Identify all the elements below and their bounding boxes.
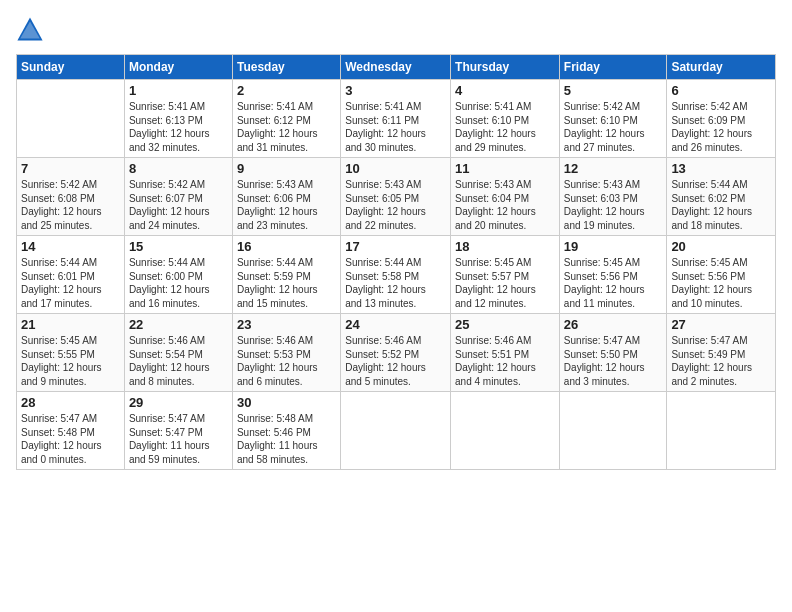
- day-info: Sunrise: 5:45 AMSunset: 5:57 PMDaylight:…: [455, 256, 555, 310]
- day-number: 8: [129, 161, 228, 176]
- day-info: Sunrise: 5:44 AMSunset: 6:01 PMDaylight:…: [21, 256, 120, 310]
- calendar-cell: [17, 80, 125, 158]
- day-info: Sunrise: 5:41 AMSunset: 6:11 PMDaylight:…: [345, 100, 446, 154]
- day-info: Sunrise: 5:47 AMSunset: 5:47 PMDaylight:…: [129, 412, 228, 466]
- day-number: 26: [564, 317, 663, 332]
- header: [16, 16, 776, 44]
- calendar-cell: 3Sunrise: 5:41 AMSunset: 6:11 PMDaylight…: [341, 80, 451, 158]
- weekday-header-row: SundayMondayTuesdayWednesdayThursdayFrid…: [17, 55, 776, 80]
- calendar-cell: 29Sunrise: 5:47 AMSunset: 5:47 PMDayligh…: [124, 392, 232, 470]
- calendar-cell: 2Sunrise: 5:41 AMSunset: 6:12 PMDaylight…: [232, 80, 340, 158]
- calendar-cell: 1Sunrise: 5:41 AMSunset: 6:13 PMDaylight…: [124, 80, 232, 158]
- calendar-cell: [559, 392, 667, 470]
- week-row-3: 14Sunrise: 5:44 AMSunset: 6:01 PMDayligh…: [17, 236, 776, 314]
- logo-icon: [16, 16, 44, 44]
- calendar-cell: 4Sunrise: 5:41 AMSunset: 6:10 PMDaylight…: [451, 80, 560, 158]
- day-number: 3: [345, 83, 446, 98]
- calendar-cell: 7Sunrise: 5:42 AMSunset: 6:08 PMDaylight…: [17, 158, 125, 236]
- day-number: 16: [237, 239, 336, 254]
- calendar-cell: 27Sunrise: 5:47 AMSunset: 5:49 PMDayligh…: [667, 314, 776, 392]
- calendar-cell: 5Sunrise: 5:42 AMSunset: 6:10 PMDaylight…: [559, 80, 667, 158]
- logo: [16, 16, 46, 44]
- week-row-1: 1Sunrise: 5:41 AMSunset: 6:13 PMDaylight…: [17, 80, 776, 158]
- day-info: Sunrise: 5:44 AMSunset: 6:00 PMDaylight:…: [129, 256, 228, 310]
- weekday-header-saturday: Saturday: [667, 55, 776, 80]
- day-info: Sunrise: 5:42 AMSunset: 6:08 PMDaylight:…: [21, 178, 120, 232]
- day-number: 10: [345, 161, 446, 176]
- calendar-cell: 20Sunrise: 5:45 AMSunset: 5:56 PMDayligh…: [667, 236, 776, 314]
- day-info: Sunrise: 5:46 AMSunset: 5:53 PMDaylight:…: [237, 334, 336, 388]
- calendar-cell: 9Sunrise: 5:43 AMSunset: 6:06 PMDaylight…: [232, 158, 340, 236]
- calendar-cell: 18Sunrise: 5:45 AMSunset: 5:57 PMDayligh…: [451, 236, 560, 314]
- calendar-cell: [667, 392, 776, 470]
- day-info: Sunrise: 5:45 AMSunset: 5:55 PMDaylight:…: [21, 334, 120, 388]
- calendar-cell: 25Sunrise: 5:46 AMSunset: 5:51 PMDayligh…: [451, 314, 560, 392]
- calendar-cell: 26Sunrise: 5:47 AMSunset: 5:50 PMDayligh…: [559, 314, 667, 392]
- day-number: 7: [21, 161, 120, 176]
- day-number: 4: [455, 83, 555, 98]
- day-number: 14: [21, 239, 120, 254]
- calendar-table: SundayMondayTuesdayWednesdayThursdayFrid…: [16, 54, 776, 470]
- day-number: 28: [21, 395, 120, 410]
- page: SundayMondayTuesdayWednesdayThursdayFrid…: [0, 0, 792, 612]
- weekday-header-thursday: Thursday: [451, 55, 560, 80]
- calendar-cell: [451, 392, 560, 470]
- day-number: 21: [21, 317, 120, 332]
- day-number: 18: [455, 239, 555, 254]
- day-info: Sunrise: 5:43 AMSunset: 6:06 PMDaylight:…: [237, 178, 336, 232]
- day-number: 23: [237, 317, 336, 332]
- calendar-cell: 24Sunrise: 5:46 AMSunset: 5:52 PMDayligh…: [341, 314, 451, 392]
- day-info: Sunrise: 5:46 AMSunset: 5:52 PMDaylight:…: [345, 334, 446, 388]
- day-info: Sunrise: 5:44 AMSunset: 5:59 PMDaylight:…: [237, 256, 336, 310]
- day-info: Sunrise: 5:47 AMSunset: 5:49 PMDaylight:…: [671, 334, 771, 388]
- calendar-cell: 22Sunrise: 5:46 AMSunset: 5:54 PMDayligh…: [124, 314, 232, 392]
- calendar-cell: 8Sunrise: 5:42 AMSunset: 6:07 PMDaylight…: [124, 158, 232, 236]
- day-info: Sunrise: 5:45 AMSunset: 5:56 PMDaylight:…: [671, 256, 771, 310]
- day-number: 20: [671, 239, 771, 254]
- day-info: Sunrise: 5:47 AMSunset: 5:48 PMDaylight:…: [21, 412, 120, 466]
- day-info: Sunrise: 5:45 AMSunset: 5:56 PMDaylight:…: [564, 256, 663, 310]
- calendar-cell: 30Sunrise: 5:48 AMSunset: 5:46 PMDayligh…: [232, 392, 340, 470]
- day-info: Sunrise: 5:46 AMSunset: 5:51 PMDaylight:…: [455, 334, 555, 388]
- weekday-header-sunday: Sunday: [17, 55, 125, 80]
- week-row-5: 28Sunrise: 5:47 AMSunset: 5:48 PMDayligh…: [17, 392, 776, 470]
- calendar-cell: 10Sunrise: 5:43 AMSunset: 6:05 PMDayligh…: [341, 158, 451, 236]
- day-info: Sunrise: 5:43 AMSunset: 6:04 PMDaylight:…: [455, 178, 555, 232]
- day-number: 27: [671, 317, 771, 332]
- day-info: Sunrise: 5:47 AMSunset: 5:50 PMDaylight:…: [564, 334, 663, 388]
- calendar-cell: [341, 392, 451, 470]
- day-info: Sunrise: 5:43 AMSunset: 6:03 PMDaylight:…: [564, 178, 663, 232]
- calendar-cell: 11Sunrise: 5:43 AMSunset: 6:04 PMDayligh…: [451, 158, 560, 236]
- day-number: 1: [129, 83, 228, 98]
- day-number: 24: [345, 317, 446, 332]
- day-number: 19: [564, 239, 663, 254]
- day-number: 29: [129, 395, 228, 410]
- calendar-cell: 12Sunrise: 5:43 AMSunset: 6:03 PMDayligh…: [559, 158, 667, 236]
- day-info: Sunrise: 5:41 AMSunset: 6:12 PMDaylight:…: [237, 100, 336, 154]
- calendar-cell: 13Sunrise: 5:44 AMSunset: 6:02 PMDayligh…: [667, 158, 776, 236]
- day-number: 17: [345, 239, 446, 254]
- weekday-header-friday: Friday: [559, 55, 667, 80]
- day-info: Sunrise: 5:44 AMSunset: 5:58 PMDaylight:…: [345, 256, 446, 310]
- day-number: 30: [237, 395, 336, 410]
- weekday-header-wednesday: Wednesday: [341, 55, 451, 80]
- calendar-cell: 21Sunrise: 5:45 AMSunset: 5:55 PMDayligh…: [17, 314, 125, 392]
- day-number: 6: [671, 83, 771, 98]
- day-info: Sunrise: 5:43 AMSunset: 6:05 PMDaylight:…: [345, 178, 446, 232]
- week-row-4: 21Sunrise: 5:45 AMSunset: 5:55 PMDayligh…: [17, 314, 776, 392]
- day-info: Sunrise: 5:46 AMSunset: 5:54 PMDaylight:…: [129, 334, 228, 388]
- day-info: Sunrise: 5:42 AMSunset: 6:09 PMDaylight:…: [671, 100, 771, 154]
- week-row-2: 7Sunrise: 5:42 AMSunset: 6:08 PMDaylight…: [17, 158, 776, 236]
- day-info: Sunrise: 5:41 AMSunset: 6:13 PMDaylight:…: [129, 100, 228, 154]
- day-number: 11: [455, 161, 555, 176]
- calendar-cell: 23Sunrise: 5:46 AMSunset: 5:53 PMDayligh…: [232, 314, 340, 392]
- calendar-cell: 6Sunrise: 5:42 AMSunset: 6:09 PMDaylight…: [667, 80, 776, 158]
- day-number: 9: [237, 161, 336, 176]
- calendar-cell: 19Sunrise: 5:45 AMSunset: 5:56 PMDayligh…: [559, 236, 667, 314]
- weekday-header-tuesday: Tuesday: [232, 55, 340, 80]
- calendar-cell: 14Sunrise: 5:44 AMSunset: 6:01 PMDayligh…: [17, 236, 125, 314]
- day-number: 12: [564, 161, 663, 176]
- day-info: Sunrise: 5:42 AMSunset: 6:10 PMDaylight:…: [564, 100, 663, 154]
- calendar-cell: 17Sunrise: 5:44 AMSunset: 5:58 PMDayligh…: [341, 236, 451, 314]
- calendar-cell: 15Sunrise: 5:44 AMSunset: 6:00 PMDayligh…: [124, 236, 232, 314]
